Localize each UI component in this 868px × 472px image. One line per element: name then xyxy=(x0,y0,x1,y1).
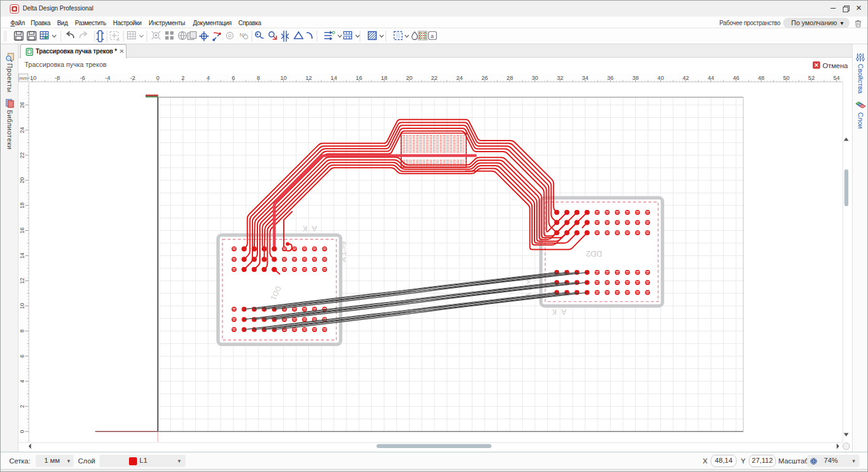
svg-text:a: a xyxy=(431,33,434,39)
svg-text:A: A xyxy=(117,37,120,42)
svg-text:N: N xyxy=(240,32,244,38)
